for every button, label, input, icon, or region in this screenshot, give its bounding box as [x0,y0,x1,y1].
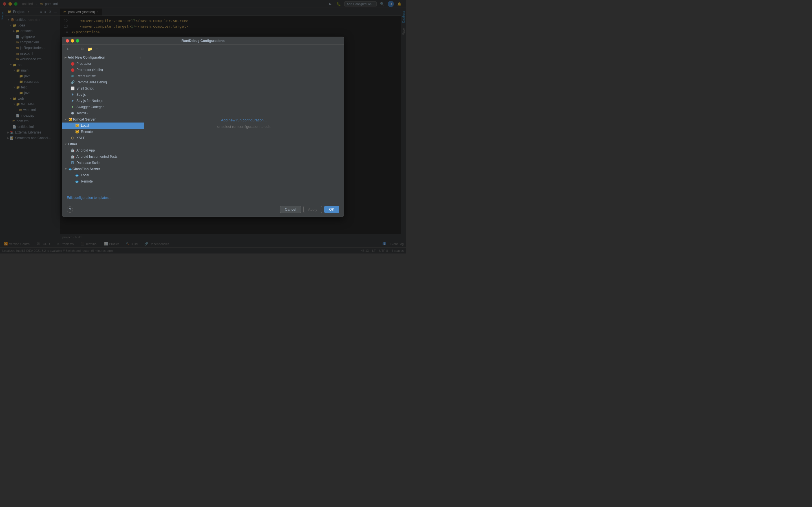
config-item-swagger[interactable]: ✦ Swagger Codegen [62,104,144,110]
config-item-glassfish-local[interactable]: 🐟 Local [62,172,144,178]
dialog-tl-yellow[interactable] [71,39,74,43]
glassfish-local-icon: 🐟 [75,173,79,177]
spy-js-node-label: Spy-js for Node.js [77,99,103,103]
config-item-tomcat-remote[interactable]: 🐱 Remote [62,129,144,135]
tomcat-remote-label: Remote [81,130,93,134]
tomcat-local-icon: 🐱 [75,124,79,128]
config-item-protractor-kotlin[interactable]: ⬤ Protractor (Kotlin) [62,67,144,73]
tomcat-arrow: ▼ [64,118,67,121]
select-config-hint: or select run configuration to edit [217,124,271,129]
glassfish-local-label: Local [81,173,89,177]
dialog-tl-red[interactable] [66,39,69,43]
tomcat-server-label: Tomcat Server [72,117,96,121]
spy-js-icon: 👁 [70,93,75,97]
shell-script-icon: ⬜ [70,87,75,91]
config-item-spy-js-node[interactable]: 👁 Spy-js for Node.js [62,98,144,104]
dialog-traffic-lights [66,39,79,43]
android-tests-icon: 🤖 [70,155,75,159]
protractor-kotlin-icon: ⬤ [70,68,75,72]
add-new-config-header[interactable]: ▶ Add New Configuration ⇅ [62,54,144,61]
dialog-sort-btn[interactable]: ↕ [94,46,100,52]
android-app-icon: 🤖 [70,149,75,152]
other-group-header[interactable]: ▼ Other [62,141,144,147]
dialog-title-bar: Run/Debug Configurations [62,37,344,45]
run-debug-dialog: Run/Debug Configurations + − ⧉ 📁 ↕ ▶ [62,37,344,217]
dialog-body: + − ⧉ 📁 ↕ ▶ Add New Configuration ⇅ [62,45,344,202]
glassfish-remote-label: Remote [81,179,93,183]
config-item-shell-script[interactable]: ⬜ Shell Script [62,86,144,92]
glassfish-remote-icon: 🐟 [75,179,79,183]
dialog-remove-btn[interactable]: − [72,46,78,52]
dialog-title: Run/Debug Configurations [182,39,225,43]
android-app-label: Android App [77,149,95,152]
dialog-overlay: Run/Debug Configurations + − ⧉ 📁 ↕ ▶ [0,0,406,253]
dialog-add-btn[interactable]: + [64,46,71,52]
edit-templates-link[interactable]: Edit configuration templates... [64,194,114,201]
protractor-label: Protractor [77,62,91,66]
dialog-footer: ? Cancel Apply OK [62,202,344,217]
tomcat-local-label: Local [81,124,89,128]
glassfish-arrow: ▼ [64,168,67,170]
add-new-sort-icon: ⇅ [139,56,142,59]
cancel-button[interactable]: Cancel [280,206,301,213]
config-item-remote-jvm[interactable]: 🔗 Remote JVM Debug [62,79,144,86]
apply-button[interactable]: Apply [303,206,322,213]
swagger-label: Swagger Codegen [77,105,104,109]
edit-templates-footer: Edit configuration templates... [62,193,144,202]
tomcat-group-icon: 🐱 [68,117,72,121]
react-native-label: React Native [77,74,96,78]
android-tests-label: Android Instrumented Tests [77,155,117,159]
dialog-right-panel: Add new run configuration... or select r… [144,45,344,202]
tomcat-remote-icon: 🐱 [75,130,79,134]
protractor-icon: ⬤ [70,62,75,66]
dialog-folder-btn[interactable]: 📁 [87,46,93,52]
other-label: Other [68,142,77,146]
config-item-glassfish-remote[interactable]: 🐟 Remote [62,178,144,184]
xslt-label: XSLT [77,136,85,140]
spy-js-node-icon: 👁 [70,99,75,103]
config-item-database-script[interactable]: 🗄 Database Script [62,160,144,166]
dialog-footer-right: Cancel Apply OK [280,206,339,213]
dialog-footer-left: ? [67,207,73,213]
remote-jvm-icon: 🔗 [70,80,75,84]
shell-script-label: Shell Script [77,87,94,91]
xslt-icon: ⬡ [70,136,75,140]
other-arrow: ▼ [64,143,67,146]
config-item-tomcat-local[interactable]: 🐱 Local [62,122,144,129]
testng-icon: ⬟ [70,111,75,115]
dialog-copy-btn[interactable]: ⧉ [79,46,86,52]
config-item-protractor[interactable]: ⬤ Protractor [62,61,144,67]
config-item-android-app[interactable]: 🤖 Android App [62,147,144,154]
dialog-tl-green[interactable] [76,39,79,43]
remote-jvm-label: Remote JVM Debug [77,80,107,84]
config-list: ▶ Add New Configuration ⇅ ⬤ Protractor ⬤… [62,53,144,193]
protractor-kotlin-label: Protractor (Kotlin) [77,68,103,72]
tomcat-server-group-header[interactable]: ▼ 🐱 Tomcat Server [62,116,144,122]
config-item-react-native[interactable]: ⚛ React Native [62,73,144,79]
add-new-run-config-link[interactable]: Add new run configuration... [221,118,267,122]
react-native-icon: ⚛ [70,74,75,78]
glassfish-group-header[interactable]: ▼ 🐟 GlassFish Server [62,166,144,172]
swagger-icon: ✦ [70,105,75,109]
db-script-icon: 🗄 [70,161,75,165]
config-item-spy-js[interactable]: 👁 Spy-js [62,92,144,98]
ok-button[interactable]: OK [324,206,339,213]
glassfish-group-icon: 🐟 [68,167,72,171]
add-new-arrow: ▶ [64,56,66,59]
help-button[interactable]: ? [67,207,73,213]
testng-label: TestNG [77,111,88,115]
config-item-xslt[interactable]: ⬡ XSLT [62,135,144,141]
db-script-label: Database Script [77,161,100,165]
spy-js-label: Spy-js [77,93,86,97]
dialog-left-panel: + − ⧉ 📁 ↕ ▶ Add New Configuration ⇅ [62,45,144,202]
glassfish-server-label: GlassFish Server [72,167,100,171]
add-new-label: Add New Configuration [68,55,105,59]
config-item-testng[interactable]: ⬟ TestNG [62,110,144,116]
dialog-toolbar: + − ⧉ 📁 ↕ [62,45,144,53]
config-item-android-tests[interactable]: 🤖 Android Instrumented Tests [62,154,144,160]
